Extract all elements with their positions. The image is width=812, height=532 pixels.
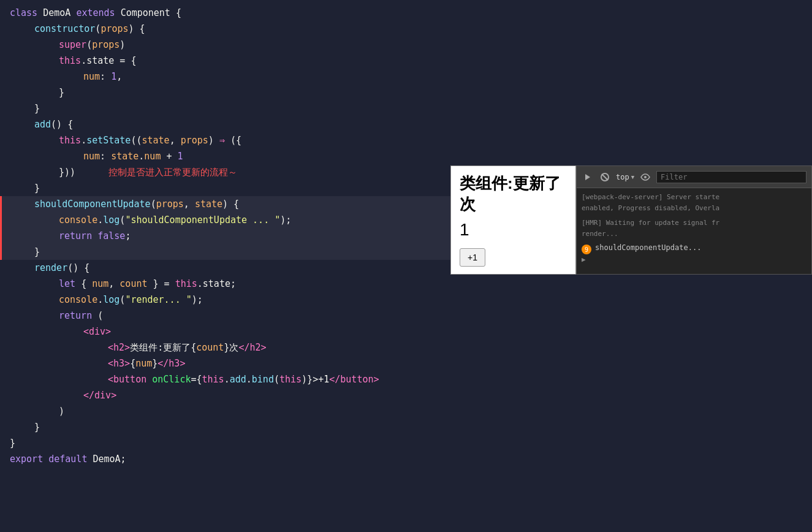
code-line: this.state = { [0,53,812,69]
preview-title: 类组件:更新了次 [460,173,567,215]
code-line: super(props) [0,37,812,53]
svg-marker-0 [585,174,590,180]
top-label: top [616,173,629,181]
svg-point-3 [644,176,647,178]
keyword: extends [76,5,120,21]
keyword: class [10,5,43,21]
devtools-eye-icon[interactable] [639,171,651,183]
code-line: let { num, count } = this.state; [0,276,812,292]
code-line: add() { [0,116,812,132]
code-line: export default DemoA; [0,451,812,467]
right-panel: 类组件:更新了次 1 +1 [450,165,812,275]
devtools-filter-input[interactable] [656,171,806,183]
devtools-expand-arrow[interactable]: ▶ [582,256,806,264]
code-line: } [0,101,812,116]
devtools-body: [webpack-dev-server] Server starte enabl… [577,188,811,274]
top-chevron-icon: ▼ [631,174,634,180]
code-line: <button onClick={this.add.bind(this)}>+1… [0,371,812,387]
devtools-toolbar: top ▼ [577,166,811,188]
preview-num: 1 [460,220,567,240]
main-container: class DemoA extends Component { construc… [0,0,812,532]
devtools-badge: 9 [582,245,591,254]
code-line: <h3>{num}</h3> [0,355,812,371]
code-line: } [0,85,812,101]
code-line: num: state.num + 1 [0,148,812,164]
code-line: <h2>类组件:更新了{count}次</h2> [0,340,812,355]
code-line: ) [0,403,812,419]
code-line: class DemoA extends Component { [0,5,812,21]
identifier: Component { [121,5,181,21]
devtools-log-entry: 9 shouldComponentUpdate... [582,243,806,254]
devtools-log-line: enabled, Progress disabled, Overla [582,203,806,214]
preview-add-button[interactable]: +1 [460,248,485,267]
code-line: constructor(props) { [0,21,812,37]
devtools-no-icon[interactable] [599,171,611,183]
devtools-log-line: [webpack-dev-server] Server starte [582,192,806,203]
identifier: DemoA [43,5,76,21]
svg-line-2 [602,174,608,180]
expand-icon: ▶ [582,256,586,264]
code-line: num: 1, [0,69,812,85]
devtools-log-line: render... [582,229,806,240]
devtools-play-icon[interactable] [582,171,594,183]
code-line: this.setState((state, props) ⇒ ({ [0,132,812,148]
devtools-log-line: [HMR] Waiting for update signal fr [582,218,806,229]
method-name: constructor [34,21,95,37]
code-line: } [0,419,812,435]
code-line: console.log("render... "); [0,292,812,308]
devtools-panel: top ▼ [webpack-dev-server] Server starte… [576,165,812,275]
code-line: return ( [0,308,812,324]
preview-content: 类组件:更新了次 1 +1 [451,166,575,274]
devtools-top-select[interactable]: top ▼ [616,173,634,181]
code-line: <div> [0,324,812,340]
devtools-log-text: shouldComponentUpdate... [595,243,701,252]
browser-preview: 类组件:更新了次 1 +1 [450,165,576,275]
code-line: } [0,435,812,451]
code-line: </div> [0,387,812,403]
